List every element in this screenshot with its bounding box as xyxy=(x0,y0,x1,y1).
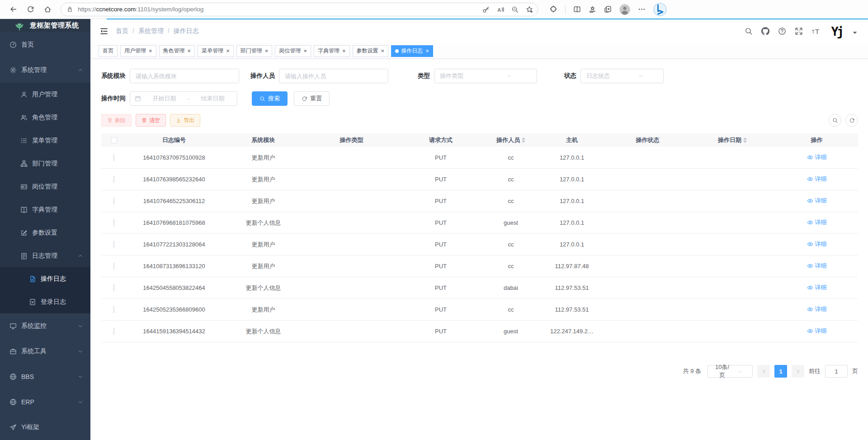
sidebar-item-post-management[interactable]: 岗位管理 xyxy=(0,175,90,198)
item-reload-icon[interactable] xyxy=(24,3,37,16)
sidebar-item-dict-management[interactable]: 字典管理 xyxy=(0,198,90,221)
tab-home[interactable]: 首页 xyxy=(99,45,118,57)
split-screen-icon[interactable] xyxy=(573,5,581,13)
sidebar-item-home[interactable]: 首页 xyxy=(0,32,90,57)
column-header[interactable]: 操作类型 xyxy=(305,136,398,144)
sidebar-item-system-management[interactable]: 系统管理 xyxy=(0,57,90,83)
sidebar-item-operation-log[interactable]: 操作日志 xyxy=(0,267,90,290)
close-tab-icon[interactable]: × xyxy=(226,48,230,54)
detail-link[interactable]: 详细 xyxy=(807,153,827,161)
export-button[interactable]: 导出 xyxy=(170,114,200,127)
row-checkbox[interactable] xyxy=(113,284,114,291)
read-aloud-icon[interactable]: A xyxy=(497,6,504,13)
github-icon[interactable] xyxy=(761,27,769,35)
tab-menu-management[interactable]: 菜单管理 × xyxy=(198,45,234,57)
bing-chat-icon[interactable] xyxy=(653,3,667,16)
column-header[interactable]: 系统模块 xyxy=(222,136,305,144)
close-tab-icon[interactable]: × xyxy=(381,48,385,54)
column-header-sortable[interactable]: 操作人员 xyxy=(484,136,538,144)
close-tab-icon[interactable]: × xyxy=(342,48,346,54)
end-date-placeholder[interactable]: 结束日期 xyxy=(193,95,232,103)
type-select[interactable]: 操作类型 xyxy=(434,69,537,83)
goto-page-input[interactable] xyxy=(825,365,848,378)
sidebar-item-yi-framework[interactable]: Yi框架 xyxy=(0,415,90,440)
sidebar-item-erp[interactable]: ERP xyxy=(0,389,90,415)
column-header[interactable]: 操作状态 xyxy=(606,136,689,144)
date-range-picker[interactable]: 开始日期 - 结束日期 xyxy=(130,91,237,106)
font-size-icon[interactable]: TT xyxy=(811,27,820,35)
select-all-checkbox[interactable] xyxy=(111,137,117,143)
detail-link[interactable]: 详细 xyxy=(807,240,827,248)
close-tab-icon[interactable]: × xyxy=(303,48,307,54)
tab-param-settings[interactable]: 参数设置 × xyxy=(353,45,389,57)
sidebar-item-bbs[interactable]: BBS xyxy=(0,364,90,389)
duplicate-tab-icon[interactable] xyxy=(604,5,612,13)
detail-link[interactable]: 详细 xyxy=(807,327,827,335)
sidebar-item-system-monitor[interactable]: 系统监控 xyxy=(0,313,90,339)
fullscreen-icon[interactable] xyxy=(795,27,803,35)
app-logo[interactable]: 意框架管理系统 xyxy=(0,19,90,32)
detail-link[interactable]: 详细 xyxy=(807,218,827,227)
page-number-button[interactable]: 1 xyxy=(774,365,787,378)
chevron-down-icon[interactable] xyxy=(851,28,859,37)
url-text[interactable]: https://ccnetcore.com:1101/system/log/op… xyxy=(78,6,479,13)
tab-dept-management[interactable]: 部门管理 × xyxy=(236,45,273,57)
address-bar[interactable]: https://ccnetcore.com:1101/system/log/op… xyxy=(61,3,538,16)
tab-post-management[interactable]: 岗位管理 × xyxy=(275,45,311,57)
breadcrumb-item[interactable]: 系统管理 xyxy=(128,27,164,35)
row-checkbox[interactable] xyxy=(113,263,114,270)
detail-link[interactable]: 详细 xyxy=(807,284,827,292)
tab-operation-log[interactable]: 操作日志 × xyxy=(391,45,433,57)
delete-button[interactable]: 删除 xyxy=(101,114,132,127)
sidebar-item-role-management[interactable]: 角色管理 xyxy=(0,106,90,129)
operator-input[interactable] xyxy=(279,69,388,83)
breadcrumb-item[interactable]: 首页 xyxy=(116,27,128,35)
row-checkbox[interactable] xyxy=(113,198,114,204)
module-input[interactable] xyxy=(130,69,239,83)
column-header[interactable]: 主机 xyxy=(538,136,606,144)
detail-link[interactable]: 详细 xyxy=(807,262,827,270)
next-page-button[interactable] xyxy=(792,365,804,378)
row-checkbox[interactable] xyxy=(113,219,114,226)
close-tab-icon[interactable]: × xyxy=(265,48,269,54)
profile-avatar[interactable] xyxy=(619,4,630,15)
yj-framework-logo[interactable]: Yj xyxy=(831,25,842,38)
close-tab-icon[interactable]: × xyxy=(149,48,152,54)
start-date-placeholder[interactable]: 开始日期 xyxy=(145,95,184,103)
prev-page-button[interactable] xyxy=(757,365,770,378)
collections-icon[interactable] xyxy=(589,5,596,13)
row-checkbox[interactable] xyxy=(113,176,114,183)
row-checkbox[interactable] xyxy=(113,328,114,335)
tab-user-management[interactable]: 用户管理 × xyxy=(120,45,156,57)
refresh-table-button[interactable] xyxy=(845,114,858,127)
tab-role-management[interactable]: 角色管理 × xyxy=(159,45,195,57)
column-header[interactable]: 请求方式 xyxy=(398,136,484,144)
clear-button[interactable]: 清空 xyxy=(136,114,166,127)
sidebar-item-log-management[interactable]: 日志管理 xyxy=(0,244,90,267)
breadcrumb-item[interactable]: 操作日志 xyxy=(164,27,199,35)
close-tab-icon[interactable]: × xyxy=(188,48,191,54)
detail-link[interactable]: 详细 xyxy=(807,305,827,313)
sort-carets-icon[interactable] xyxy=(743,137,747,143)
item-home-icon[interactable] xyxy=(41,3,54,16)
detail-link[interactable]: 详细 xyxy=(807,175,827,183)
search-button[interactable]: 搜索 xyxy=(252,91,288,106)
reset-button[interactable]: 重置 xyxy=(294,91,330,106)
extensions-icon[interactable] xyxy=(550,5,557,13)
row-checkbox[interactable] xyxy=(113,241,114,248)
collapse-sidebar-icon[interactable] xyxy=(99,27,108,36)
detail-link[interactable]: 详细 xyxy=(807,197,827,205)
status-select[interactable]: 日志状态 xyxy=(580,69,664,83)
column-header[interactable]: 操作 xyxy=(775,136,858,144)
site-info-lock-icon[interactable] xyxy=(66,6,73,13)
tab-dict-management[interactable]: 字典管理 × xyxy=(314,45,350,57)
toggle-search-button[interactable] xyxy=(829,114,841,127)
column-header[interactable]: 日志编号 xyxy=(127,136,222,144)
sidebar-item-login-log[interactable]: 登录日志 xyxy=(0,290,90,313)
help-icon[interactable] xyxy=(778,27,786,35)
favorite-add-icon[interactable] xyxy=(526,6,533,13)
row-checkbox[interactable] xyxy=(113,306,114,313)
close-tab-icon[interactable]: × xyxy=(425,48,429,54)
column-header-sortable[interactable]: 操作日期 xyxy=(689,136,775,144)
sort-carets-icon[interactable] xyxy=(522,137,525,143)
